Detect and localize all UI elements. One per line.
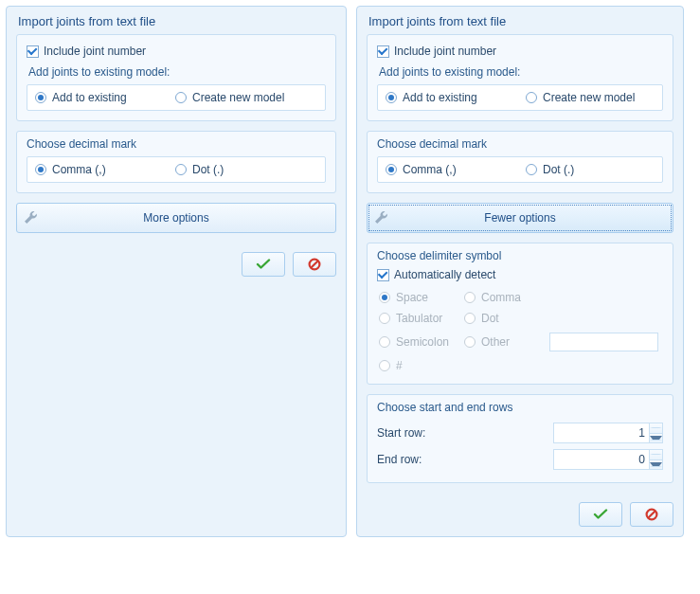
- decimal-group: Choose decimal mark Comma (,) Dot (.): [367, 131, 673, 193]
- add-joints-options: Add to existing Create new model: [377, 84, 663, 111]
- cancel-icon: [308, 258, 321, 271]
- ok-button[interactable]: [242, 252, 285, 277]
- radio-comma-label: Comma (,): [403, 163, 457, 176]
- import-panel-collapsed: Import joints from text file Include joi…: [6, 6, 347, 537]
- joints-group: Include joint number Add joints to exist…: [367, 34, 673, 121]
- radio-space: Space: [379, 291, 464, 304]
- include-joint-number-label: Include joint number: [44, 45, 146, 58]
- spin-up-icon[interactable]: [650, 423, 662, 434]
- radio-dot-icon: [35, 92, 46, 103]
- radio-dot-delim: Dot: [464, 312, 549, 325]
- radio-dot-icon: [35, 164, 46, 175]
- cancel-button[interactable]: [293, 252, 336, 277]
- end-row-spinner[interactable]: [553, 449, 663, 470]
- joints-group: Include joint number Add joints to exist…: [16, 34, 336, 121]
- spin-down-icon[interactable]: [650, 434, 662, 443]
- radio-dot-label: Dot (.): [543, 163, 574, 176]
- wrench-icon: [373, 209, 390, 226]
- ok-icon: [593, 509, 608, 520]
- radio-dot-icon: [175, 92, 187, 103]
- radio-comma[interactable]: Comma (,): [35, 163, 149, 176]
- more-options-label: More options: [143, 211, 208, 225]
- include-joint-number-checkbox[interactable]: [27, 45, 39, 58]
- radio-dot-icon: [386, 164, 397, 175]
- radio-other: Other: [464, 335, 549, 349]
- auto-detect-label: Automatically detect: [394, 268, 495, 281]
- start-row-input[interactable]: [554, 423, 649, 442]
- end-row-input[interactable]: [554, 450, 649, 469]
- svg-line-3: [648, 511, 655, 518]
- decimal-legend: Choose decimal mark: [377, 137, 663, 151]
- radio-create-new-model[interactable]: Create new model: [175, 91, 289, 104]
- add-joints-label: Add joints to existing model:: [379, 65, 663, 79]
- radio-comma-delim: Comma: [464, 291, 549, 304]
- spin-down-icon[interactable]: [650, 460, 662, 470]
- ok-button[interactable]: [579, 502, 622, 527]
- rows-legend: Choose start and end rows: [377, 401, 663, 414]
- radio-dot-icon: [175, 164, 187, 175]
- wrench-icon: [23, 209, 40, 226]
- auto-detect-checkbox[interactable]: [377, 269, 389, 281]
- radio-dot-icon: [526, 164, 537, 175]
- radio-add-label: Add to existing: [403, 91, 477, 104]
- svg-line-1: [311, 261, 318, 268]
- radio-comma[interactable]: Comma (,): [386, 163, 499, 176]
- radio-hash: #: [379, 359, 464, 372]
- radio-add-to-existing[interactable]: Add to existing: [35, 91, 149, 104]
- dialog-footer: [367, 493, 673, 527]
- radio-create-label: Create new model: [192, 91, 284, 104]
- other-delimiter-input: [549, 333, 658, 351]
- radio-dot-icon: [386, 92, 397, 103]
- radio-dot-label: Dot (.): [192, 163, 224, 176]
- panel-title: Import joints from text file: [16, 9, 336, 34]
- add-joints-options: Add to existing Create new model: [27, 84, 326, 111]
- radio-semicolon: Semicolon: [379, 335, 464, 349]
- ok-icon: [256, 259, 271, 270]
- radio-dotmark[interactable]: Dot (.): [175, 163, 289, 176]
- decimal-options: Comma (,) Dot (.): [377, 156, 663, 183]
- delimiter-group: Choose delimiter symbol Automatically de…: [367, 243, 673, 385]
- cancel-icon: [645, 508, 658, 521]
- fewer-options-button[interactable]: Fewer options: [367, 203, 673, 233]
- decimal-options: Comma (,) Dot (.): [27, 156, 326, 183]
- decimal-group: Choose decimal mark Comma (,) Dot (.): [16, 131, 336, 193]
- radio-dot-icon: [526, 92, 537, 103]
- panel-title: Import joints from text file: [367, 9, 673, 34]
- import-panel-expanded: Import joints from text file Include joi…: [356, 6, 684, 537]
- add-joints-label: Add joints to existing model:: [28, 65, 326, 79]
- include-joint-number-label: Include joint number: [394, 45, 496, 58]
- start-row-spinner[interactable]: [553, 423, 663, 443]
- radio-comma-label: Comma (,): [52, 163, 106, 176]
- radio-add-label: Add to existing: [52, 91, 127, 104]
- include-joint-number-checkbox[interactable]: [377, 45, 389, 58]
- radio-dotmark[interactable]: Dot (.): [526, 163, 639, 176]
- dialog-footer: [16, 243, 336, 277]
- radio-add-to-existing[interactable]: Add to existing: [386, 91, 499, 104]
- radio-tabulator: Tabulator: [379, 312, 464, 325]
- radio-create-new-model[interactable]: Create new model: [526, 91, 639, 104]
- start-row-label: Start row:: [377, 426, 425, 440]
- rows-group: Choose start and end rows Start row: End…: [367, 394, 673, 483]
- cancel-button[interactable]: [630, 502, 673, 527]
- more-options-button[interactable]: More options: [16, 203, 336, 233]
- end-row-label: End row:: [377, 453, 422, 466]
- fewer-options-label: Fewer options: [484, 211, 555, 225]
- delimiter-options: Space Comma Tabulator Dot Semicolon Othe…: [377, 285, 663, 374]
- radio-create-label: Create new model: [543, 91, 635, 104]
- delimiter-legend: Choose delimiter symbol: [377, 249, 663, 262]
- decimal-legend: Choose decimal mark: [27, 137, 326, 151]
- spin-up-icon[interactable]: [650, 450, 662, 460]
